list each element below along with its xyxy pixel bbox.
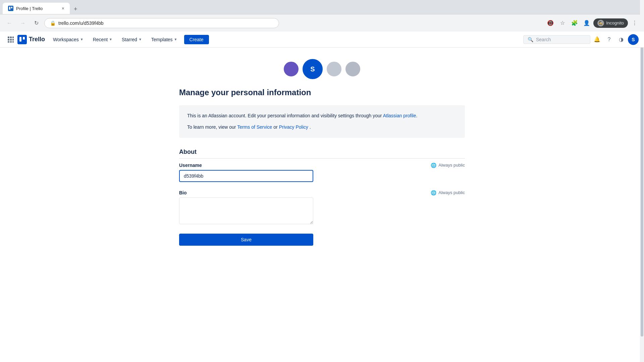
- info-box: This is an Atlassian account. Edit your …: [179, 105, 465, 138]
- search-placeholder: Search: [536, 37, 551, 42]
- terms-link[interactable]: Terms of Service: [237, 124, 272, 130]
- bio-form-group: Bio 🌐 Always public: [179, 190, 465, 226]
- username-always-public: 🌐 Always public: [431, 163, 465, 168]
- address-bar[interactable]: 🔒 trello.com/u/d539f4bb: [44, 18, 279, 28]
- new-tab-button[interactable]: +: [71, 4, 80, 14]
- incognito-icon: 🕵: [597, 20, 604, 26]
- svg-rect-4: [12, 37, 14, 38]
- globe-icon-username: 🌐: [431, 163, 436, 168]
- profile-btn[interactable]: 👤: [581, 18, 592, 28]
- notifications-button[interactable]: 🔔: [592, 34, 602, 45]
- svg-rect-7: [12, 39, 14, 41]
- info-line-2: To learn more, view our Terms of Service…: [187, 123, 457, 131]
- svg-rect-11: [19, 37, 21, 42]
- user-avatar-button[interactable]: S: [628, 34, 639, 45]
- back-button[interactable]: ←: [4, 18, 15, 28]
- incognito-label: Incognito: [606, 20, 624, 25]
- incognito-indicator[interactable]: 🕵 Incognito: [593, 18, 628, 28]
- recent-label: Recent: [93, 37, 108, 42]
- create-button[interactable]: Create: [184, 35, 209, 44]
- scrollbar[interactable]: [640, 0, 644, 362]
- svg-rect-10: [12, 41, 14, 43]
- page-content: S Manage your personal information This …: [171, 48, 473, 266]
- save-button[interactable]: Save: [179, 234, 313, 246]
- svg-rect-8: [8, 41, 9, 43]
- theme-button[interactable]: ◑: [616, 34, 627, 45]
- info-text-1: This is an Atlassian account. Edit your …: [187, 113, 382, 118]
- templates-nav-item[interactable]: Templates ▼: [147, 35, 181, 44]
- username-label: Username: [179, 163, 202, 168]
- svg-rect-9: [10, 41, 12, 43]
- svg-rect-6: [10, 39, 12, 41]
- info-line-1: This is an Atlassian account. Edit your …: [187, 112, 457, 119]
- bookmark-btn[interactable]: ☆: [557, 18, 568, 28]
- username-public-label: Always public: [438, 163, 465, 168]
- workspaces-label: Workspaces: [53, 37, 79, 42]
- workspaces-chevron-icon: ▼: [80, 38, 84, 41]
- tab-favicon: [8, 6, 13, 11]
- forward-button[interactable]: →: [17, 18, 28, 28]
- tab-title: Profile | Trello: [16, 6, 59, 11]
- username-form-group: Username 🌐 Always public: [179, 163, 465, 182]
- bio-public-label: Always public: [438, 190, 465, 195]
- templates-chevron-icon: ▼: [174, 38, 177, 41]
- starred-nav-item[interactable]: Starred ▼: [118, 35, 146, 44]
- starred-label: Starred: [122, 37, 137, 42]
- bio-textarea[interactable]: [179, 197, 313, 224]
- svg-rect-0: [9, 7, 10, 10]
- bio-always-public: 🌐 Always public: [431, 190, 465, 195]
- profile-banner: S: [179, 58, 465, 80]
- recent-nav-item[interactable]: Recent ▼: [89, 35, 116, 44]
- search-bar[interactable]: 🔍 Search: [523, 35, 590, 44]
- recent-chevron-icon: ▼: [109, 38, 112, 41]
- username-label-row: Username 🌐 Always public: [179, 163, 465, 168]
- grid-menu-button[interactable]: [5, 34, 16, 45]
- trello-navbar: Trello Workspaces ▼ Recent ▼ Starred ▼ T…: [0, 32, 644, 48]
- svg-rect-1: [11, 7, 12, 8]
- starred-chevron-icon: ▼: [139, 38, 142, 41]
- banner-avatar-1: [283, 61, 299, 77]
- bio-label: Bio: [179, 190, 187, 195]
- privacy-policy-link[interactable]: Privacy Policy: [279, 124, 308, 130]
- banner-avatar-3: [345, 61, 361, 77]
- globe-icon-bio: 🌐: [431, 190, 436, 195]
- svg-rect-3: [10, 37, 12, 38]
- about-section-title: About: [179, 148, 465, 159]
- refresh-button[interactable]: ↻: [31, 18, 42, 28]
- scrollbar-thumb[interactable]: [641, 47, 643, 337]
- cast-icon-btn[interactable]: 📵: [545, 18, 556, 28]
- search-icon: 🔍: [528, 37, 533, 42]
- atlassian-profile-link[interactable]: Atlassian profile: [383, 113, 416, 118]
- bio-label-row: Bio 🌐 Always public: [179, 190, 465, 195]
- templates-label: Templates: [151, 37, 173, 42]
- address-text: trello.com/u/d539f4bb: [58, 20, 104, 26]
- lock-icon: 🔒: [50, 20, 56, 26]
- page-title: Manage your personal information: [179, 88, 465, 97]
- banner-avatars: S: [283, 58, 361, 80]
- svg-rect-5: [8, 39, 9, 41]
- browser-tab[interactable]: Profile | Trello ×: [3, 3, 70, 14]
- info-text-2: To learn more, view our: [187, 124, 236, 130]
- svg-rect-12: [23, 37, 25, 40]
- username-input[interactable]: [179, 170, 313, 182]
- extensions-btn[interactable]: 🧩: [569, 18, 580, 28]
- banner-avatar-main: S: [302, 58, 323, 80]
- info-period-1: .: [416, 113, 417, 118]
- svg-rect-2: [8, 37, 9, 38]
- trello-logo-text: Trello: [29, 36, 45, 43]
- banner-avatar-2: [326, 61, 342, 77]
- help-button[interactable]: ?: [604, 34, 614, 45]
- trello-logo[interactable]: Trello: [17, 35, 45, 44]
- info-period-2: .: [310, 124, 311, 130]
- trello-logo-icon: [17, 35, 27, 44]
- menu-btn[interactable]: ⋮: [629, 18, 640, 28]
- tab-close-button[interactable]: ×: [62, 6, 64, 11]
- info-or: or: [273, 124, 279, 130]
- workspaces-nav-item[interactable]: Workspaces ▼: [49, 35, 88, 44]
